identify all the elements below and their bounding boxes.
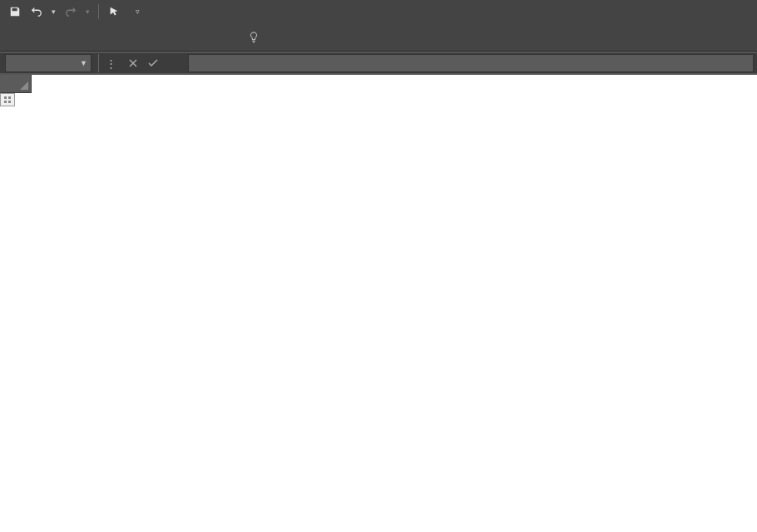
redo-icon [65, 6, 77, 17]
select-all-corner[interactable] [0, 75, 32, 93]
tell-me-search[interactable] [248, 32, 265, 43]
tab-data[interactable] [121, 23, 145, 52]
quick-access-toolbar: ▾ ▾ ▿ [0, 0, 757, 23]
insert-function-button[interactable] [163, 54, 183, 72]
name-box-input[interactable] [12, 57, 71, 70]
lightbulb-icon [248, 32, 260, 43]
tab-home[interactable] [28, 23, 52, 52]
check-icon [147, 58, 159, 68]
formula-input[interactable] [197, 57, 745, 70]
tab-review[interactable] [145, 23, 168, 52]
name-box[interactable]: ▼ [5, 54, 92, 72]
redo-button [61, 2, 81, 22]
save-icon [9, 6, 21, 17]
formula-bar-expand[interactable]: ⋮ [106, 57, 118, 70]
formula-bar: ▼ ⋮ [0, 52, 757, 75]
formula-bar-separator [98, 54, 99, 72]
save-button[interactable] [5, 2, 25, 22]
tab-developer[interactable] [191, 23, 215, 52]
ribbon-tabs [0, 23, 757, 52]
tab-insert[interactable] [52, 23, 75, 52]
formula-input-wrap[interactable] [188, 54, 754, 72]
qat-separator [98, 4, 99, 19]
tab-file[interactable] [5, 23, 28, 52]
undo-icon [31, 6, 42, 17]
qat-customize[interactable]: ▿ [132, 7, 143, 16]
name-box-dropdown[interactable]: ▼ [80, 59, 87, 67]
pointer-icon [108, 6, 120, 17]
tab-page-layout[interactable] [75, 23, 98, 52]
undo-button[interactable] [27, 2, 47, 22]
tab-formulas[interactable] [98, 23, 121, 52]
x-icon [128, 58, 138, 68]
redo-dropdown: ▾ [82, 7, 93, 16]
tab-view[interactable] [168, 23, 191, 52]
tab-help[interactable] [215, 23, 238, 52]
column-headers [0, 75, 757, 93]
cancel-formula-button[interactable] [123, 54, 143, 72]
enter-formula-button[interactable] [143, 54, 163, 72]
spreadsheet-grid[interactable] [0, 75, 757, 532]
pointer-mode-button[interactable] [104, 2, 124, 22]
undo-dropdown[interactable]: ▾ [48, 7, 59, 16]
autofill-options-button[interactable] [0, 93, 15, 106]
